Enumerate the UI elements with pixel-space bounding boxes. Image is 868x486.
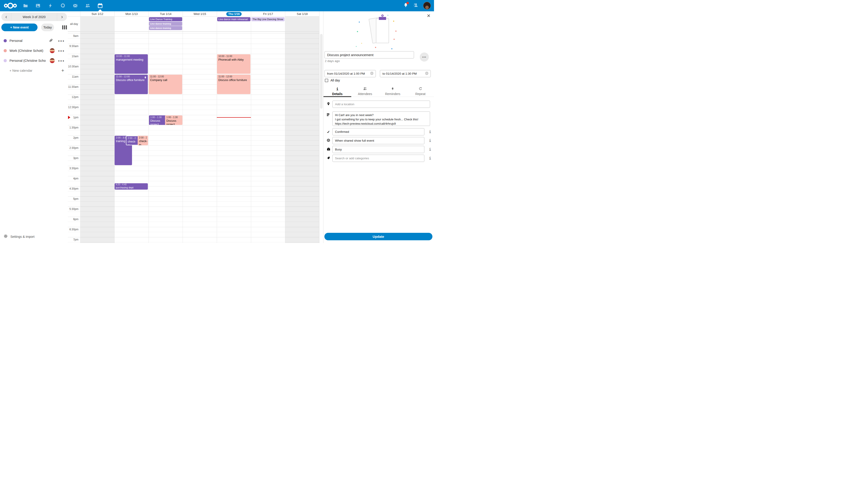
day-header-mon[interactable]: Mon 1/13 — [114, 11, 149, 17]
day-column-sat[interactable] — [285, 32, 319, 243]
day-header-tue[interactable]: Tue 1/14 — [149, 11, 183, 17]
time-axis: 9am9:30am10am10:30am11am11:30am12pm12:30… — [68, 32, 80, 243]
event-check-in-salmon[interactable]: 2:00 - 2:30check-in — [138, 136, 148, 145]
event-purchasing-dept[interactable]: 4:20 - 4:40purchasing dept — [115, 183, 148, 190]
availability-info-icon[interactable]: i — [429, 147, 431, 151]
close-icon[interactable]: × — [427, 13, 430, 19]
calendar-app-icon[interactable] — [97, 0, 103, 11]
availability-select[interactable]: Busy — [332, 146, 425, 153]
day-header-sun[interactable]: Sun 1/12 — [80, 11, 114, 17]
all-day-cell-sat[interactable] — [285, 17, 319, 31]
calendar-item-personal-christine[interactable]: Personal (Christine Scho…) ●●● — [0, 56, 68, 66]
nextcloud-calendar-app: ‹ Week 3 of 2020 › + New event Today Per… — [0, 0, 434, 243]
activity-app-icon[interactable] — [48, 0, 53, 11]
day-header-row: Sun 1/12 Mon 1/13 Tue 1/14 Wed 1/15 Thu … — [68, 11, 319, 17]
status-info-icon[interactable]: i — [429, 130, 431, 134]
event-actions-menu-button[interactable]: ••• — [420, 53, 429, 61]
categories-input[interactable]: Search or add categories — [332, 154, 425, 162]
timezone-globe-icon[interactable] — [370, 72, 374, 76]
time-label: 2pm — [68, 136, 79, 140]
photos-app-icon[interactable] — [35, 0, 41, 11]
timezone-globe-icon[interactable] — [425, 72, 429, 76]
end-datetime-field[interactable]: to 01/14/2020 at 1:30 PM — [380, 70, 431, 77]
all-day-cell-mon[interactable] — [114, 17, 149, 31]
new-calendar-button[interactable]: + New calendar + — [0, 66, 68, 76]
tab-reminders[interactable]: Reminders — [379, 86, 407, 96]
settings-import-button[interactable]: Settings & import — [0, 233, 68, 241]
active-app-indicator — [98, 9, 102, 11]
day-column-fri[interactable] — [251, 32, 285, 243]
day-column-wed[interactable] — [183, 32, 217, 243]
day-column-tue[interactable] — [149, 32, 183, 243]
week-navigation: ‹ Week 3 of 2020 › — [1, 13, 67, 21]
all-day-cell-sun[interactable] — [80, 17, 114, 31]
time-label: 4:30pm — [68, 187, 79, 191]
day-header-fri[interactable]: Fri 1/17 — [251, 11, 285, 17]
description-lines-icon — [327, 113, 331, 117]
calendar-actions-icon[interactable]: ●●● — [58, 39, 65, 42]
scrollbar-thumb[interactable] — [320, 34, 322, 109]
day-header-sat[interactable]: Sat 1/18 — [285, 11, 319, 17]
event-discuss-office-furniture-mon[interactable]: 11:00 - 12:00Discuss office furniture — [115, 75, 148, 94]
event-management-meeting[interactable]: 10:00 - 11:00management meeting — [115, 54, 148, 74]
all-day-checkbox[interactable]: All day — [325, 79, 340, 82]
all-day-event-cancelled[interactable]: Line dance training — [149, 22, 182, 26]
tab-details[interactable]: i Details — [323, 86, 351, 96]
event-discuss-project-announcement[interactable]: 1:00 - 1:30Discuss project announcement — [149, 115, 166, 125]
info-icon: i — [336, 87, 338, 91]
status-select[interactable]: Confirmed — [332, 128, 425, 136]
mail-app-icon[interactable] — [72, 0, 78, 11]
visibility-select[interactable]: When shared show full event — [332, 137, 425, 144]
share-link-icon[interactable] — [49, 38, 53, 43]
event-discuss-project[interactable]: 1:00 - 1:30Discuss project — [165, 115, 182, 125]
user-avatar[interactable] — [423, 2, 431, 9]
event-discuss-office-furniture-thu[interactable]: 11:00 - 12:00Discuss office furniture — [217, 75, 250, 94]
all-day-cell-wed[interactable] — [183, 17, 217, 31]
availability-row: Busy i — [323, 146, 434, 153]
tab-repeat[interactable]: Repeat — [407, 86, 434, 96]
all-day-event[interactable]: Line dance main rehearsal — [217, 17, 250, 21]
start-datetime-field[interactable]: from 01/14/2020 at 1:00 PM — [324, 70, 376, 77]
event-title-input[interactable] — [324, 51, 414, 59]
description-input[interactable]: Hi Carl! are you in next week? I got som… — [332, 111, 430, 126]
tab-attendees[interactable]: Attendees — [351, 86, 379, 96]
calendar-actions-icon[interactable]: ●●● — [58, 49, 65, 53]
plus-icon[interactable]: + — [61, 68, 64, 74]
day-column-sun[interactable] — [80, 32, 114, 243]
calendar-scrollbar[interactable] — [319, 11, 323, 243]
time-label: 10am — [68, 55, 79, 58]
time-label: 6pm — [68, 218, 79, 221]
calendar-item-work-christine[interactable]: Work (Christine Schott) ●●● — [0, 46, 68, 56]
calendar-actions-icon[interactable]: ●●● — [58, 59, 65, 62]
talk-app-icon[interactable] — [60, 0, 66, 11]
update-button[interactable]: Update — [324, 233, 432, 240]
day-header-wed[interactable]: Wed 1/15 — [183, 11, 217, 17]
checkbox-unchecked[interactable] — [325, 79, 328, 82]
notifications-bell-icon[interactable] — [403, 3, 408, 8]
contacts-app-icon[interactable] — [85, 0, 91, 11]
nextcloud-logo-icon[interactable] — [4, 2, 17, 11]
next-week-button[interactable]: › — [57, 13, 67, 21]
visibility-info-icon[interactable]: i — [429, 139, 431, 143]
day-header-thu-today[interactable]: Thu 1/16 — [217, 11, 251, 17]
categories-info-icon[interactable]: i — [429, 156, 431, 161]
week-view-toggle-icon[interactable] — [62, 25, 67, 29]
all-day-event[interactable]: The Big Line Dancing Show — [251, 17, 285, 21]
week-label[interactable]: Week 3 of 2020 — [11, 15, 57, 19]
today-button[interactable]: Today — [41, 24, 54, 31]
time-label: 3pm — [68, 156, 79, 160]
all-day-event-cancelled[interactable]: Line dance training — [149, 26, 182, 30]
new-event-button[interactable]: + New event — [1, 24, 37, 31]
all-day-event[interactable]: Line Dance Training — [149, 17, 182, 21]
location-input[interactable]: Add a location — [332, 101, 430, 108]
files-app-icon[interactable] — [23, 0, 29, 11]
event-phonecall-with-abby[interactable]: 10:00 - 11:00Phonecall with Abby — [217, 54, 250, 74]
status-row: ✓ Confirmed i — [323, 128, 434, 136]
calendar-item-personal[interactable]: Personal ●●● — [0, 36, 68, 46]
time-label: 6:30pm — [68, 228, 79, 231]
event-check-in-purple[interactable]: 2:00 - 2:30check-in — [126, 136, 138, 145]
location-row: Add a location — [323, 101, 434, 108]
contacts-menu-icon[interactable] — [413, 3, 418, 8]
event-company-call[interactable]: 11:00 - 12:00Company call — [149, 75, 182, 94]
previous-week-button[interactable]: ‹ — [1, 13, 11, 21]
